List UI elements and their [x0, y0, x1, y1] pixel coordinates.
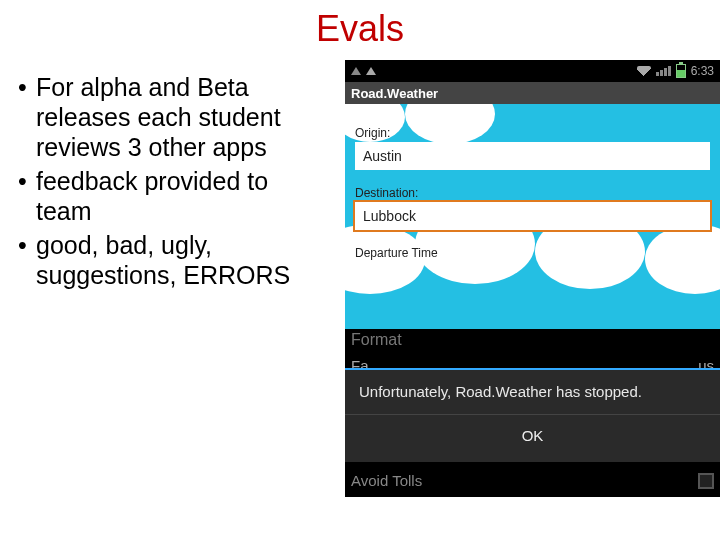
signal-icon [656, 66, 671, 76]
destination-value: Lubbock [363, 208, 416, 224]
status-bar: 6:33 [345, 60, 720, 82]
bullet-list: For alpha and Beta releases each student… [18, 72, 328, 294]
origin-value: Austin [363, 148, 402, 164]
departure-label: Departure Time [355, 246, 720, 260]
bullet-item: feedback provided to team [18, 166, 328, 226]
battery-icon [676, 64, 686, 78]
origin-label: Origin: [355, 126, 720, 140]
dialog-message: Unfortunately, Road.Weather has stopped. [345, 370, 720, 414]
slide-title: Evals [0, 8, 720, 50]
clock: 6:33 [691, 64, 714, 78]
avoid-tolls-row: Avoid Tolls [345, 470, 720, 497]
bullet-item: good, bad, ugly, suggestions, ERRORS [18, 230, 328, 290]
format-row: Format [345, 329, 720, 351]
destination-label: Destination: [355, 186, 720, 200]
avoid-tolls-checkbox[interactable] [698, 473, 714, 489]
wifi-icon [637, 66, 651, 76]
format-label: Format [351, 331, 402, 348]
destination-input[interactable]: Lubbock [355, 202, 710, 230]
avoid-tolls-label: Avoid Tolls [351, 472, 422, 489]
app-title: Road.Weather [351, 86, 438, 101]
bullet-item: For alpha and Beta releases each student… [18, 72, 328, 162]
notification-icon [366, 67, 376, 75]
error-dialog: Unfortunately, Road.Weather has stopped.… [345, 368, 720, 462]
app-bar: Road.Weather [345, 82, 720, 104]
notification-icon [351, 67, 361, 75]
ok-button[interactable]: OK [345, 415, 720, 456]
origin-input[interactable]: Austin [355, 142, 710, 170]
form-pane: Origin: Austin Destination: Lubbock Depa… [345, 104, 720, 329]
